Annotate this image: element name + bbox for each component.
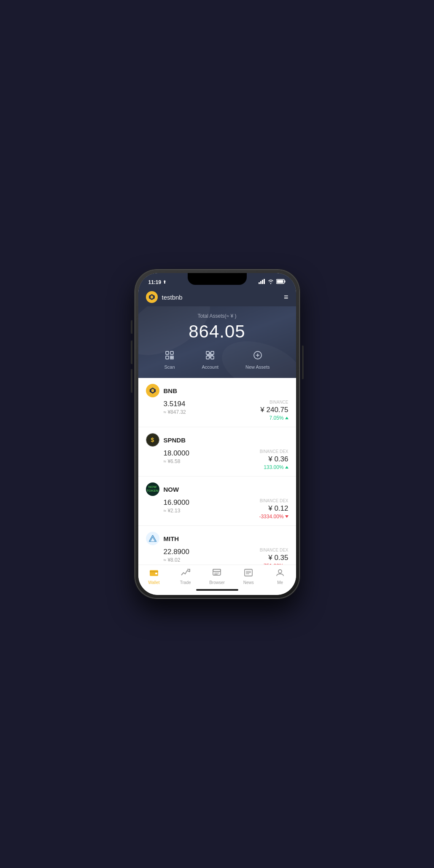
news-icon bbox=[244, 568, 253, 579]
location-icon: ⬆ bbox=[163, 280, 166, 284]
now-change: -3334.00% bbox=[259, 514, 288, 520]
signal-icon bbox=[259, 279, 265, 285]
asset-top-mith: MITH bbox=[146, 532, 288, 545]
asset-item-mith[interactable]: MITH 22.8900 ≈ ¥8.02 BINANCE DEX ¥ 0.35 … bbox=[138, 526, 296, 565]
phone-screen: 11:19 ⬆ bbox=[138, 273, 296, 595]
svg-rect-5 bbox=[285, 281, 286, 283]
svg-rect-42 bbox=[246, 572, 251, 573]
status-right bbox=[259, 279, 286, 285]
spndb-price: ¥ 0.36 bbox=[260, 455, 288, 463]
hero-actions: Scan Acc bbox=[138, 350, 296, 370]
app-name-label: testbnb bbox=[162, 294, 183, 301]
now-price: ¥ 0.12 bbox=[259, 504, 288, 513]
asset-top-now: NOWTOKEN NOW bbox=[146, 482, 288, 496]
phone-frame: 11:19 ⬆ bbox=[135, 270, 299, 598]
account-action[interactable]: Account bbox=[202, 350, 218, 370]
now-arrow-down bbox=[285, 515, 288, 518]
bnb-balance-cny: ≈ ¥847.32 bbox=[164, 409, 186, 415]
spndb-balance-cny: ≈ ¥6.58 bbox=[164, 458, 189, 464]
battery-icon bbox=[276, 279, 286, 285]
mith-name: MITH bbox=[164, 535, 179, 542]
svg-rect-3 bbox=[264, 279, 265, 284]
mith-details: 22.8900 ≈ ¥8.02 BINANCE DEX ¥ 0.35 -751.… bbox=[146, 548, 288, 565]
menu-button[interactable]: ≡ bbox=[284, 293, 288, 302]
now-exchange: BINANCE DEX bbox=[259, 498, 288, 503]
bnb-price: ¥ 240.75 bbox=[260, 406, 288, 414]
asset-item-bnb[interactable]: BNB 3.5194 ≈ ¥847.32 Binance ¥ 240.75 7.… bbox=[138, 378, 296, 427]
total-assets-value: 864.05 bbox=[138, 321, 296, 342]
volume-up-button bbox=[131, 340, 132, 364]
svg-rect-21 bbox=[211, 356, 214, 359]
time-display: 11:19 bbox=[148, 279, 162, 285]
wifi-icon bbox=[267, 279, 274, 285]
svg-rect-16 bbox=[170, 358, 172, 359]
asset-top-bnb: BNB bbox=[146, 384, 288, 397]
now-icon: NOWTOKEN bbox=[146, 482, 159, 496]
now-balance: 16.9000 bbox=[164, 498, 189, 507]
nav-wallet[interactable]: Wallet bbox=[141, 568, 167, 585]
asset-item-spndb[interactable]: $ SPNDB 18.0000 ≈ ¥6.58 BINANCE DEX ¥ 0.… bbox=[138, 427, 296, 477]
me-icon bbox=[275, 568, 285, 579]
total-assets-label: Total Assets(≈ ¥ ) bbox=[138, 313, 296, 319]
spndb-exchange: BINANCE DEX bbox=[260, 449, 288, 454]
app-screen: 11:19 ⬆ bbox=[138, 273, 296, 595]
svg-rect-1 bbox=[260, 281, 261, 284]
status-left: 11:19 ⬆ bbox=[148, 279, 167, 285]
svg-rect-17 bbox=[172, 358, 173, 359]
spndb-price-section: BINANCE DEX ¥ 0.36 133.00% bbox=[260, 449, 288, 470]
power-button bbox=[302, 346, 304, 379]
now-name: NOW bbox=[164, 486, 179, 493]
spndb-balance-section: 18.0000 ≈ ¥6.58 bbox=[164, 449, 189, 464]
mith-balance-cny: ≈ ¥8.02 bbox=[164, 557, 189, 563]
asset-item-now[interactable]: NOWTOKEN NOW 16.9000 ≈ ¥2.13 BINANCE DEX… bbox=[138, 477, 296, 526]
mith-exchange: BINANCE DEX bbox=[260, 548, 288, 552]
account-icon bbox=[205, 350, 215, 362]
nav-me[interactable]: Me bbox=[267, 568, 293, 585]
svg-marker-31 bbox=[149, 535, 156, 542]
wallet-label: Wallet bbox=[148, 580, 159, 585]
asset-list: BNB 3.5194 ≈ ¥847.32 Binance ¥ 240.75 7.… bbox=[138, 378, 296, 565]
bottom-nav: Wallet Trade bbox=[138, 565, 296, 587]
bnb-icon bbox=[146, 384, 159, 397]
nav-trade[interactable]: Trade bbox=[173, 568, 198, 585]
bnb-balance-section: 3.5194 ≈ ¥847.32 bbox=[164, 400, 186, 415]
bnb-balance: 3.5194 bbox=[164, 400, 186, 408]
notch bbox=[188, 273, 247, 285]
svg-rect-35 bbox=[155, 573, 157, 574]
bnb-details: 3.5194 ≈ ¥847.32 Binance ¥ 240.75 7.05% bbox=[146, 400, 288, 421]
hero-section: Total Assets(≈ ¥ ) 864.05 bbox=[138, 306, 296, 378]
app-logo bbox=[146, 291, 158, 303]
svg-point-44 bbox=[278, 570, 282, 573]
trade-label: Trade bbox=[180, 580, 191, 585]
nav-news[interactable]: News bbox=[236, 568, 261, 585]
bnb-arrow-up bbox=[285, 417, 288, 419]
home-indicator bbox=[138, 587, 296, 595]
now-balance-section: 16.9000 ≈ ¥2.13 bbox=[164, 498, 189, 514]
bnb-price-section: Binance ¥ 240.75 7.05% bbox=[260, 400, 288, 421]
svg-rect-39 bbox=[214, 574, 218, 575]
spndb-name: SPNDB bbox=[164, 437, 186, 444]
scan-action[interactable]: Scan bbox=[164, 350, 175, 370]
svg-rect-18 bbox=[206, 351, 209, 354]
svg-rect-11 bbox=[166, 351, 169, 354]
svg-rect-34 bbox=[150, 571, 158, 572]
asset-top-spndb: $ SPNDB bbox=[146, 433, 288, 447]
spndb-details: 18.0000 ≈ ¥6.58 BINANCE DEX ¥ 0.36 133.0… bbox=[146, 449, 288, 470]
bnb-change: 7.05% bbox=[260, 415, 288, 421]
now-details: 16.9000 ≈ ¥2.13 BINANCE DEX ¥ 0.12 -3334… bbox=[146, 498, 288, 520]
account-label: Account bbox=[202, 364, 218, 370]
svg-rect-15 bbox=[172, 356, 173, 357]
svg-rect-6 bbox=[277, 280, 283, 283]
spndb-arrow-up bbox=[285, 466, 288, 469]
spndb-icon: $ bbox=[146, 433, 159, 447]
nav-browser[interactable]: Browser bbox=[204, 568, 229, 585]
volume-down-button bbox=[131, 369, 132, 393]
header-left: testbnb bbox=[146, 291, 183, 303]
svg-rect-14 bbox=[170, 356, 172, 357]
scan-label: Scan bbox=[164, 364, 175, 370]
svg-rect-13 bbox=[166, 356, 169, 359]
browser-icon bbox=[212, 568, 221, 579]
mith-price: ¥ 0.35 bbox=[260, 554, 288, 562]
svg-rect-37 bbox=[213, 569, 221, 571]
new-assets-action[interactable]: New Assets bbox=[245, 350, 270, 370]
